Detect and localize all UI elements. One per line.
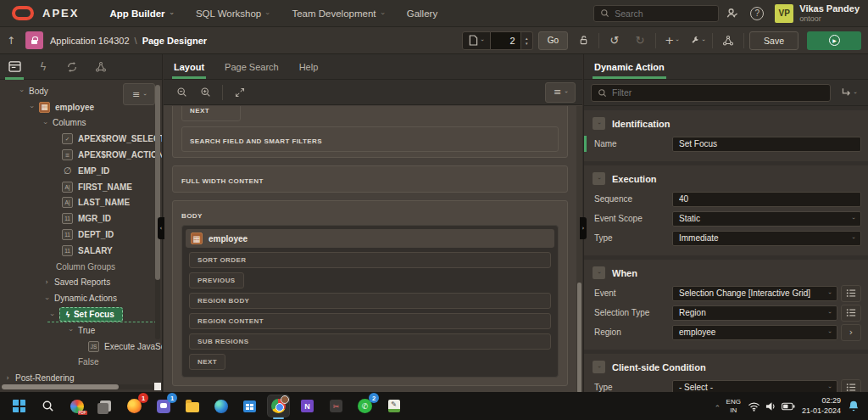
avatar[interactable]: VP	[775, 4, 793, 23]
tree-item-first-name[interactable]: A|FIRST_NAME	[0, 179, 162, 195]
chevron-right-icon[interactable]: ›	[42, 278, 51, 286]
tab-dynamic-action[interactable]: Dynamic Action	[584, 62, 675, 79]
execution-type-select[interactable]: Immediate›	[672, 231, 861, 246]
redo-button[interactable]: ↻	[630, 31, 650, 50]
region-slot-sub-regions[interactable]: SUB REGIONS	[189, 333, 551, 350]
tree-item-saved-reports[interactable]: ›Saved Reports	[0, 275, 162, 291]
firefox-button[interactable]: 1	[124, 395, 145, 417]
onenote-button[interactable]: N	[297, 395, 318, 417]
collapse-icon[interactable]: ›	[593, 117, 605, 130]
condition-type-select[interactable]: - Select -›	[672, 380, 837, 393]
region-slot-sort-order[interactable]: SORT ORDER	[189, 252, 551, 268]
go-button[interactable]: Go	[538, 31, 568, 50]
apex-logo-icon[interactable]	[12, 6, 34, 20]
event-scope-select[interactable]: Static›	[672, 211, 861, 227]
section-header[interactable]: › When	[584, 261, 868, 285]
tree-item-emp-id[interactable]: ∅EMP_ID	[0, 163, 162, 179]
undo-button[interactable]: ↺	[604, 31, 625, 50]
tree-item-true[interactable]: ›True	[0, 322, 162, 339]
lock-page-button[interactable]	[573, 31, 593, 50]
breadcrumb-application[interactable]: Application 164302	[50, 36, 130, 46]
utilities-button[interactable]: ›	[687, 31, 707, 50]
go-to-group-button[interactable]: ›	[836, 87, 861, 98]
layout-options-button[interactable]: ≡›	[545, 82, 576, 103]
vertical-scrollbar[interactable]	[576, 106, 582, 392]
clock[interactable]: 02:29 21-01-2024	[802, 396, 841, 416]
layout-slot-body[interactable]: BODY ▦ employee SORT ORDER PREVIOUS REGI…	[172, 200, 568, 386]
employee-region[interactable]: ▦ employee SORT ORDER PREVIOUS REGION BO…	[181, 225, 559, 378]
event-select[interactable]: Selection Change [Interactive Grid]›	[672, 286, 837, 301]
layout-slot-container[interactable]: NEXT SEARCH FIELD AND SMART FILTERS	[172, 106, 568, 158]
filter-box[interactable]	[591, 84, 831, 102]
tree-item-mgr-id[interactable]: 11MGR_ID	[0, 210, 162, 227]
tree-item-execute-javascript[interactable]: JSExecute JavaScri	[0, 339, 162, 355]
menu-sql-workshop[interactable]: SQL Workshop ›	[184, 0, 281, 27]
snipping-tool-button[interactable]: ✂	[326, 395, 347, 417]
notes-app-button[interactable]: ✎	[383, 395, 404, 417]
left-panel-collapse-handle[interactable]: ‹	[158, 217, 164, 239]
tab-rendering[interactable]	[0, 54, 29, 80]
tree-item-false[interactable]: False	[0, 355, 162, 371]
tree-item-dept-id[interactable]: 11DEPT_ID	[0, 227, 162, 243]
language-indicator[interactable]: ENG IN	[726, 398, 741, 414]
tab-help[interactable]: Help	[289, 62, 329, 79]
menu-gallery[interactable]: Gallery	[395, 0, 449, 27]
chat-button[interactable]: 1	[153, 395, 174, 417]
tray-status-icons[interactable]	[748, 401, 795, 412]
section-header[interactable]: › Identification	[584, 112, 868, 136]
taskbar-search-button[interactable]	[37, 395, 58, 417]
global-search-box[interactable]	[593, 5, 719, 22]
selection-type-select[interactable]: Region›	[672, 305, 837, 321]
chevron-down-icon[interactable]: ›	[43, 294, 50, 303]
employee-region-header[interactable]: ▦ employee	[186, 229, 554, 248]
tree-item-column-groups[interactable]: Column Groups	[0, 259, 162, 275]
menu-app-builder[interactable]: App Builder ›	[97, 0, 183, 27]
edge-button[interactable]	[210, 395, 231, 417]
application-icon[interactable]	[25, 31, 43, 49]
pdf-app-button[interactable]	[66, 395, 87, 417]
tree-item-columns[interactable]: ›Columns	[0, 115, 162, 132]
snapshot-app-button[interactable]	[95, 395, 116, 417]
help-icon[interactable]: ?	[744, 7, 770, 20]
layout-slot-full-width-content[interactable]: FULL WIDTH CONTENT	[172, 165, 568, 193]
expand-all-button[interactable]	[229, 82, 251, 103]
chevron-right-icon[interactable]: ›	[3, 374, 12, 382]
file-explorer-button[interactable]	[181, 395, 203, 417]
condition-type-list-button[interactable]	[841, 379, 861, 393]
selection-type-list-button[interactable]	[841, 305, 861, 322]
vertical-scrollbar[interactable]	[155, 85, 160, 339]
layout-slot-search-field[interactable]: SEARCH FIELD AND SMART FILTERS	[181, 126, 559, 152]
microsoft-store-button[interactable]	[239, 395, 260, 417]
chevron-down-icon[interactable]: ›	[67, 326, 74, 334]
chevron-down-icon[interactable]: ›	[42, 119, 48, 127]
up-level-icon[interactable]: ↑	[0, 35, 22, 47]
start-button[interactable]	[8, 395, 30, 417]
user-info[interactable]: Vikas Pandey ontoor	[799, 3, 860, 23]
page-number-stepper[interactable]: ▴▾	[521, 31, 533, 50]
menu-team-development[interactable]: Team Development ›	[280, 0, 394, 27]
zoom-out-button[interactable]	[170, 82, 192, 103]
tab-layout[interactable]: Layout	[164, 62, 214, 79]
section-header[interactable]: › Client-side Condition	[584, 356, 868, 379]
tree-item-row-action[interactable]: ≡APEX$ROW_ACTION	[0, 147, 162, 163]
chevron-down-icon[interactable]: ›	[18, 87, 25, 95]
chrome-button[interactable]	[268, 395, 289, 417]
zoom-in-button[interactable]	[194, 82, 216, 103]
tray-expand-icon[interactable]: ›	[715, 405, 722, 407]
page-finder-button[interactable]: ›	[462, 31, 491, 50]
create-button[interactable]: +›	[661, 31, 682, 50]
search-input[interactable]	[615, 8, 699, 19]
run-page-button[interactable]: ▶	[807, 31, 861, 50]
notification-bell-icon[interactable]	[848, 400, 860, 412]
layout-slot-next[interactable]: NEXT	[181, 106, 241, 121]
collapse-icon[interactable]: ›	[593, 266, 605, 279]
tab-shared-components[interactable]	[86, 54, 115, 80]
tree-options-button[interactable]: ≡›	[123, 83, 155, 105]
tree-item-row-selector[interactable]: ✓APEX$ROW_SELECTOR	[0, 131, 162, 147]
save-button[interactable]: Save	[749, 31, 798, 50]
region-slot-region-body[interactable]: REGION BODY	[189, 293, 551, 309]
region-slot-next[interactable]: NEXT	[189, 354, 225, 370]
admin-user-icon[interactable]	[719, 7, 744, 20]
collapse-icon[interactable]: ›	[593, 361, 605, 373]
collapse-icon[interactable]: ›	[593, 172, 605, 185]
